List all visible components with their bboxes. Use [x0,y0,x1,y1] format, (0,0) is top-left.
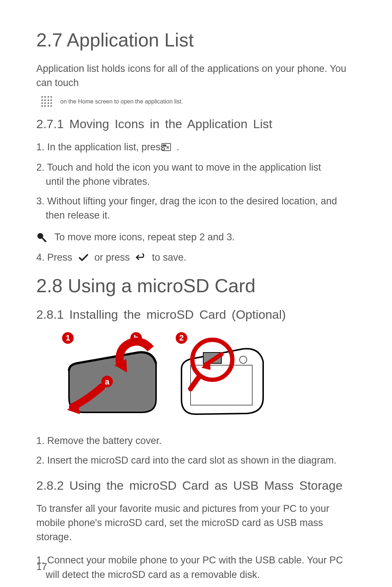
app-grid-icon-text: on the Home screen to open the applicati… [60,98,183,105]
step-2-8-1-2: 2. Insert the microSD card into the card… [36,453,356,468]
step-2-8-1-1: 1. Remove the battery cover. [36,434,356,448]
svg-text:2: 2 [179,333,184,342]
section-2-8-2-intro: To transfer all your favorite music and … [36,502,356,544]
note-icon [36,232,47,243]
svg-rect-1 [163,144,166,147]
step-2-7-1-4: 4. Press or press to save. [36,252,356,264]
note-move-more: To move more icons, repeat step 2 and 3. [36,232,356,243]
step-2-7-1-2: 2. Touch and hold the icon you want to m… [36,160,356,189]
step-2-8-2-1: 1. Connect your mobile phone to your PC … [36,553,356,582]
app-grid-icon-line: on the Home screen to open the applicati… [36,95,356,108]
app-grid-icon [41,95,53,108]
page-number: 17 [36,561,47,572]
check-icon [78,253,89,264]
step-2-7-1-1: 1. In the application list, press . [36,140,356,155]
subsection-heading-2-7-1: 2.7.1 Moving Icons in the Application Li… [36,117,356,131]
svg-text:1: 1 [66,333,70,342]
back-icon [135,253,146,264]
section-2-7-intro: Application list holds icons for all of … [36,62,356,90]
step-2-7-1-3: 3. Without lifting your finger, drag the… [36,194,356,223]
section-heading-2-7: 2.7 Application List [36,29,356,51]
microsd-install-diagram: 1 a b 2 [47,331,356,425]
subsection-heading-2-8-2: 2.8.2 Using the microSD Card as USB Mass… [36,478,356,493]
subsection-heading-2-8-1: 2.8.1 Installing the microSD Card (Optio… [36,307,356,322]
note-text: To move more icons, repeat step 2 and 3. [54,232,235,243]
section-heading-2-8: 2.8 Using a microSD Card [36,275,356,297]
svg-text:a: a [105,377,110,386]
document-page: 2.7 Application List Application list ho… [0,0,392,587]
